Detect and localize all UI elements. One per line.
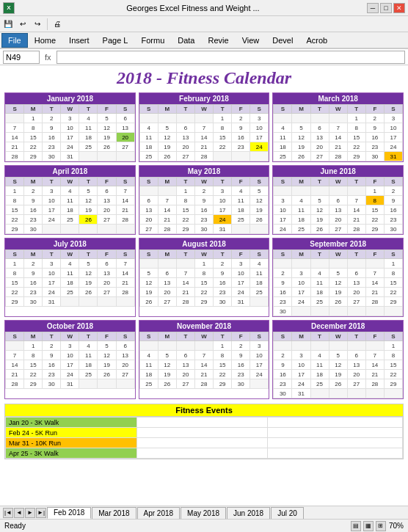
day-cell: 7 — [6, 351, 24, 360]
day-cell — [79, 297, 98, 307]
day-header: W — [329, 332, 347, 341]
tab-insert[interactable]: Insert — [62, 33, 96, 48]
sheet-tab[interactable]: Apr 2018 — [137, 507, 181, 519]
tab-formulas[interactable]: Formu — [134, 33, 171, 48]
day-cell: 22 — [176, 215, 194, 225]
day-cell: 17 — [232, 278, 250, 288]
day-cell: 3 — [250, 341, 269, 351]
sheet-tab[interactable]: Feb 2018 — [47, 507, 91, 519]
day-cell: 8 — [384, 351, 402, 360]
save-button[interactable]: 💾 — [1, 18, 15, 31]
day-cell: 21 — [116, 205, 134, 215]
title-bar: X Georges Excel Fitness and Weight ... ─… — [0, 0, 408, 16]
table-row: 23242526272829 — [274, 297, 403, 307]
sheet-nav-next[interactable]: ► — [25, 508, 35, 518]
print-button[interactable]: 🖨 — [51, 18, 64, 31]
day-cell: 13 — [116, 123, 134, 133]
day-header: M — [158, 105, 176, 114]
tab-home[interactable]: Home — [28, 33, 62, 48]
day-cell: 6 — [329, 196, 347, 205]
day-cell: 13 — [98, 269, 116, 278]
day-cell: 21 — [194, 142, 213, 152]
day-cell: 1 — [176, 186, 194, 196]
day-cell: 7 — [365, 269, 384, 278]
day-cell: 13 — [158, 278, 176, 288]
window-controls[interactable]: ─ □ ✕ — [367, 3, 405, 13]
day-cell: 24 — [232, 288, 250, 297]
sheet-tab[interactable]: Jul 20 — [271, 507, 304, 519]
day-cell: 13 — [139, 205, 158, 215]
status-bar: Ready ▤ ▦ ⊞ 70% — [0, 519, 408, 532]
day-cell — [158, 341, 176, 351]
status-right: ▤ ▦ ⊞ 70% — [351, 521, 404, 531]
day-header: F — [232, 250, 250, 259]
maximize-button[interactable]: □ — [380, 3, 392, 13]
day-cell: 24 — [274, 225, 292, 234]
month-header: March 2018 — [273, 93, 403, 104]
tab-page-layout[interactable]: Page L — [96, 33, 135, 48]
sheet-tab[interactable]: Mar 2018 — [92, 507, 136, 519]
day-cell: 30 — [274, 307, 292, 316]
day-cell: 20 — [347, 370, 365, 379]
close-button[interactable]: ✕ — [393, 3, 405, 13]
table-row: 15161718192021 — [6, 278, 135, 288]
day-cell: 17 — [43, 278, 61, 288]
redo-button[interactable]: ↪ — [31, 18, 44, 31]
page-layout-icon[interactable]: ▦ — [363, 521, 374, 531]
day-cell: 31 — [232, 297, 250, 307]
day-header: T — [176, 105, 194, 114]
event-cell: Feb 24 - 5K Run — [6, 428, 137, 438]
tab-data[interactable]: Data — [171, 33, 201, 48]
formula-input[interactable] — [57, 51, 405, 64]
months-grid: January 2018SMTWTFS123456789101112131415… — [4, 92, 404, 399]
day-header: F — [232, 178, 250, 186]
day-cell: 1 — [384, 259, 402, 269]
sheet-tab[interactable]: Jun 2018 — [227, 507, 270, 519]
day-cell: 8 — [6, 269, 24, 278]
day-header: T — [176, 332, 194, 341]
day-cell — [292, 307, 310, 316]
sheet-nav-prev[interactable]: ◄ — [14, 508, 24, 518]
day-cell: 6 — [347, 351, 365, 360]
day-cell: 15 — [347, 133, 365, 142]
tab-review[interactable]: Revie — [202, 33, 236, 48]
tab-file[interactable]: File — [1, 33, 28, 48]
day-cell: 12 — [158, 360, 176, 370]
month-header: June 2018 — [273, 166, 403, 177]
day-cell: 10 — [250, 123, 269, 133]
tab-developer[interactable]: Devel — [266, 33, 299, 48]
page-break-icon[interactable]: ⊞ — [376, 521, 386, 531]
normal-view-icon[interactable]: ▤ — [351, 521, 361, 531]
table-row: 25262728293031 — [274, 152, 403, 161]
day-cell: 29 — [24, 379, 43, 389]
day-header: W — [61, 105, 79, 114]
sheet-tab[interactable]: May 2018 — [181, 507, 226, 519]
tab-view[interactable]: View — [236, 33, 266, 48]
day-header: W — [61, 250, 79, 259]
day-cell: 3 — [292, 269, 310, 278]
table-row: Apr 25 - 3K Walk — [6, 448, 403, 459]
day-cell: 21 — [347, 215, 365, 225]
event-empty — [268, 428, 403, 438]
day-cell: 24 — [214, 215, 232, 225]
event-empty — [268, 448, 403, 459]
minimize-button[interactable]: ─ — [367, 3, 379, 13]
day-cell — [43, 225, 61, 234]
day-cell: 26 — [158, 152, 176, 161]
day-header: S — [250, 178, 269, 186]
cell-reference-box[interactable]: N49 — [3, 51, 40, 64]
event-cell: Mar 31 - 10K Run — [6, 438, 137, 448]
tab-acrobat[interactable]: Acrob — [299, 33, 334, 48]
day-cell: 9 — [24, 269, 43, 278]
sheet-nav-first[interactable]: |◄ — [3, 508, 13, 518]
day-cell: 3 — [61, 114, 79, 123]
day-cell: 28 — [365, 379, 384, 389]
day-cell: 27 — [310, 152, 329, 161]
day-cell: 30 — [24, 225, 43, 234]
day-header: T — [310, 250, 329, 259]
undo-button[interactable]: ↩ — [16, 18, 29, 31]
day-cell: 31 — [292, 389, 310, 398]
sheet-nav-last[interactable]: ►| — [36, 508, 46, 518]
day-cell: 5 — [98, 114, 116, 123]
day-cell — [116, 225, 134, 234]
